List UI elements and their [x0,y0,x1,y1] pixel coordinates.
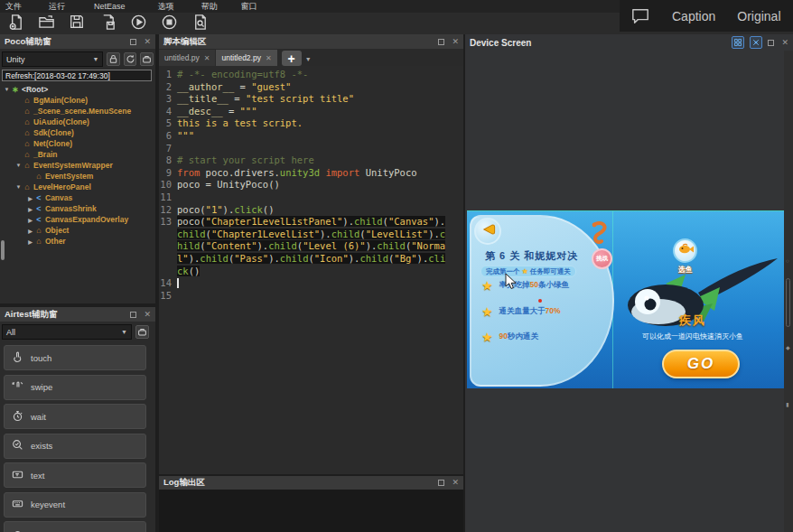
new-tab-button[interactable]: + [282,51,302,66]
action-filter-select[interactable]: All ▼ [2,324,132,340]
action-button-exists[interactable]: exists [4,434,146,459]
tree-expander-icon[interactable]: ▶ [26,217,34,223]
strip-bar-icon[interactable]: ▮ [786,401,788,407]
code-line[interactable]: 11 [159,191,463,204]
refresh-timestamp-button[interactable]: Refresh:[2018-03-02 17:49:30] [2,70,152,81]
tree-node[interactable]: ▶⌂Object [0,225,155,236]
engine-select[interactable]: Unity ▼ [2,51,103,67]
tree-scrollbar[interactable] [1,240,5,260]
action-button-touch[interactable]: touch [4,345,146,370]
star-icon: ★ [481,304,493,319]
tree-node-label: CanvasShrink [45,204,97,213]
close-panel-icon[interactable]: ✕ [144,311,151,319]
new-file-button[interactable] [0,14,31,33]
tree-node[interactable]: ▶<CanvasShrink [0,203,155,214]
code-line[interactable]: 3__title__ = "test script title" [159,93,463,106]
code-area[interactable]: 1# -*- encoding=utf8 -*-2__author__ = "g… [159,66,463,302]
code-line[interactable]: 6""" [159,130,463,143]
menu-run[interactable]: 运行 [45,1,69,13]
menu-options[interactable]: 选项 [154,1,178,13]
code-line[interactable]: 1# -*- encoding=utf8 -*- [159,69,463,81]
float-panel-icon[interactable] [768,40,774,46]
tree-expander-icon[interactable]: ▶ [26,206,34,212]
code-line[interactable]: 12poco("1").click() [159,204,463,217]
code-line[interactable]: 15 [159,290,463,303]
tab-list-chevron-icon[interactable]: ▼ [305,56,312,66]
action-button-wait[interactable]: wait [4,404,146,429]
strip-circle-icon[interactable]: ◌ [786,258,789,264]
back-button[interactable] [474,218,501,245]
view-log-button[interactable] [184,14,215,33]
close-panel-icon[interactable]: ✕ [452,479,459,487]
strip-dot-icon[interactable]: ◆ [786,344,790,350]
tree-node[interactable]: ▶<Canvas [0,192,155,203]
action-button-text[interactable]: text [4,462,146,488]
tree-expander-icon[interactable]: ▼ [14,184,23,190]
device-screen-image[interactable]: 第 6 关 和妮妮对决 挑战 完成第一个 ★ 任务即可通关 ★ 率先吃掉50条小… [467,210,784,388]
tree-expander-icon[interactable]: ▶ [26,238,34,245]
float-panel-icon[interactable] [130,312,136,318]
comment-bubble-icon[interactable] [620,7,661,25]
lock-button[interactable] [107,52,120,66]
caption-button[interactable]: Caption [661,9,726,23]
menu-file[interactable]: 文件 [2,1,25,13]
tree-node[interactable]: ⌂Net(Clone) [0,138,155,149]
go-button[interactable]: GO [662,350,740,378]
original-button[interactable]: Original [726,9,791,23]
layout-grid-button[interactable] [732,36,744,49]
code-line[interactable]: 2__author__ = "guest" [159,81,463,94]
float-panel-icon[interactable] [438,39,444,45]
action-button-swipe[interactable]: swipe [4,375,146,400]
code-line[interactable]: 7 [159,143,463,155]
menu-help[interactable]: 帮助 [198,1,221,13]
open-script-button[interactable] [31,14,61,33]
tab-close-icon[interactable]: ✕ [204,54,210,62]
code-line[interactable]: 4__desc__ = """ [159,106,463,118]
assist-settings-button[interactable] [135,325,149,339]
run-button[interactable] [123,14,154,33]
code-line[interactable]: 10poco = UnityPoco() [159,179,463,191]
close-panel-icon[interactable]: ✕ [781,39,788,47]
menu-window[interactable]: 窗口 [238,1,261,13]
tree-node[interactable]: ⌂EventSystem [0,171,155,182]
action-button-partial[interactable] [4,521,146,532]
code-line[interactable]: 9from poco.drivers.unity3d import UnityP… [159,167,463,180]
briefcase-icon [142,51,152,68]
tree-node[interactable]: ▼⌂LevelHeroPanel [0,182,155,192]
close-panel-icon[interactable]: ✕ [452,38,459,46]
tree-node[interactable]: ⌂_Scene_scene.MenuScene [0,106,155,117]
subtitle-text: 任务即可通关 [530,267,571,276]
refresh-tree-button[interactable] [124,52,137,66]
code-line[interactable]: 8# start your script here [159,154,463,167]
tree-node[interactable]: ⌂Sdk(Clone) [0,127,155,138]
tab-close-icon[interactable]: ✕ [266,54,272,62]
save-as-button[interactable] [92,14,123,33]
inspector-button[interactable] [140,52,154,66]
tree-node[interactable]: ⌂BgMain(Clone) [0,95,155,106]
tree-node[interactable]: ▶⌂Other [0,236,155,247]
tree-node[interactable]: ▼⌂EventSystemWrapper [0,160,155,171]
tree-node[interactable]: ⌂_Brain [0,149,155,160]
save-button[interactable] [61,14,92,33]
tree-expander-icon[interactable]: ▼ [3,87,11,92]
code-line[interactable]: 14 [159,277,463,290]
tree-node[interactable]: ▼∗<Root> [0,84,155,95]
code-line[interactable]: 13poco("Chapter1LevelListPanel").child("… [159,216,463,277]
close-panel-icon[interactable]: ✕ [144,38,151,46]
tree-expander-icon[interactable]: ▼ [14,163,23,168]
tree-expander-icon[interactable]: ▶ [26,228,34,234]
strip-slider-track[interactable] [786,278,790,327]
action-button-keyevent[interactable]: keyevent [4,492,146,518]
menu-netease[interactable]: NetEase [90,2,129,11]
code-line[interactable]: 5this is a test script. [159,117,463,130]
tree-node[interactable]: ▶<CanvasExpandOverlay [0,214,155,225]
stop-button[interactable] [154,14,184,33]
tree-node[interactable]: ⌂UiAudio(Clone) [0,117,155,127]
float-panel-icon[interactable] [130,39,136,45]
device-side-strip: ◌ ◆ ▮ [784,51,793,532]
float-panel-icon[interactable] [438,480,444,486]
tab-untitled-py[interactable]: untitled.py ✕ [159,50,215,66]
device-tools-button[interactable] [750,36,762,49]
tree-expander-icon[interactable]: ▶ [26,195,34,201]
tab-untitled2-py[interactable]: untitled2.py ✕ [216,50,276,66]
